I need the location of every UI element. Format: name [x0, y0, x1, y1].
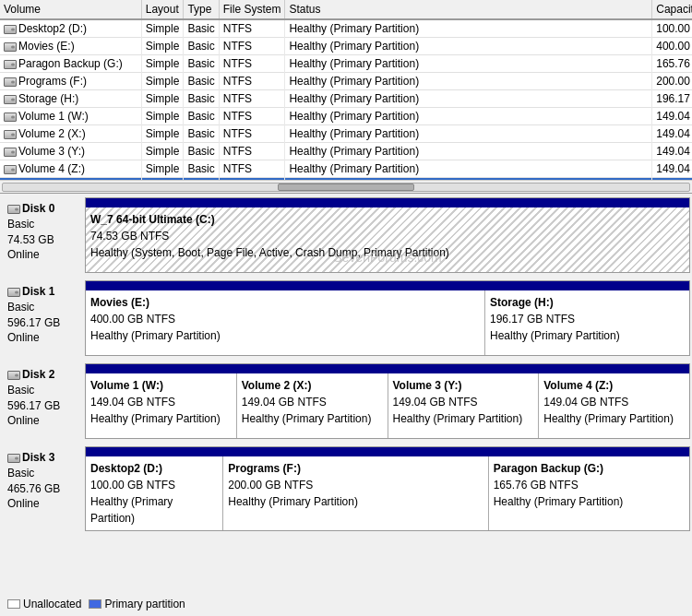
cell-volume: Paragon Backup (G:)	[0, 55, 141, 73]
partition-size: 149.04 GB NTFS	[543, 394, 685, 410]
cell-layout: Simple	[141, 90, 184, 108]
partition-name: W_7 64-bit Ultimate (C:)	[90, 211, 685, 228]
scrollbar-track[interactable]	[2, 183, 690, 192]
drive-icon	[4, 165, 17, 174]
cell-status: Healthy (Primary Partition)	[285, 108, 652, 125]
table-row[interactable]: Volume 2 (X:) Simple Basic NTFS Healthy …	[0, 125, 692, 143]
disk-type: Basic	[7, 217, 79, 232]
partition[interactable]: Programs (F:) 200.00 GB NTFS Healthy (Pr…	[223, 456, 488, 530]
partition-name: Storage (H:)	[490, 294, 685, 311]
disk-name: Disk 0	[7, 201, 79, 217]
partition-status: Healthy (Primary Partition)	[490, 327, 685, 344]
cell-volume: Storage (H:)	[0, 90, 141, 108]
disk-map-section[interactable]: Disk 0 Basic 74.53 GB Online W_7 64-bit …	[0, 194, 692, 616]
cell-volume: Volume 2 (X:)	[0, 125, 141, 143]
partition-status: Healthy (Primary Partition)	[242, 410, 383, 427]
drive-icon	[4, 148, 17, 157]
partition-status: Healthy (Primary Partition)	[494, 493, 685, 510]
partition-size: 74.53 GB NTFS	[90, 228, 685, 244]
legend-unallocated: Unallocated	[7, 598, 81, 610]
cell-type: Basic	[184, 160, 219, 178]
cell-volume: W_7 64-bit Ultimate (C:)	[0, 178, 141, 181]
table-row[interactable]: Volume 4 (Z:) Simple Basic NTFS Healthy …	[0, 160, 692, 178]
disk-size: 465.76 GB	[7, 481, 79, 497]
partition[interactable]: Desktop2 (D:) 100.00 GB NTFS Healthy (Pr…	[86, 456, 223, 530]
partition-size: 165.76 GB NTFS	[494, 477, 685, 493]
partition[interactable]: Paragon Backup (G:) 165.76 GB NTFS Healt…	[489, 456, 689, 530]
cell-layout: Simple	[141, 143, 184, 160]
col-header-layout: Layout	[141, 0, 184, 19]
table-row[interactable]: Movies (E:) Simple Basic NTFS Healthy (P…	[0, 38, 692, 55]
partition-status: Healthy (Primary Partition)	[90, 327, 480, 344]
cell-fs: NTFS	[219, 55, 285, 73]
cell-layout: Simple	[141, 38, 184, 55]
cell-type: Basic	[184, 108, 219, 125]
volume-table-wrapper[interactable]: Volume Layout Type File System Status Ca…	[0, 0, 692, 180]
partition[interactable]: Volume 4 (Z:) 149.04 GB NTFS Healthy (Pr…	[539, 373, 689, 438]
partition[interactable]: Volume 2 (X:) 149.04 GB NTFS Healthy (Pr…	[237, 373, 388, 438]
cell-fs: NTFS	[219, 108, 285, 125]
disk-partitions: Movies (E:) 400.00 GB NTFS Healthy (Prim…	[85, 280, 690, 356]
legend-unallocated-label: Unallocated	[23, 598, 81, 610]
cell-layout: Simple	[141, 73, 184, 90]
col-header-volume: Volume	[0, 0, 141, 19]
cell-volume: Desktop2 (D:)	[0, 19, 141, 38]
partition-size: 149.04 GB NTFS	[90, 394, 232, 410]
cell-fs: NTFS	[219, 38, 285, 55]
table-row[interactable]: W_7 64-bit Ultimate (C:) Simple Basic NT…	[0, 178, 692, 181]
drive-icon	[4, 42, 17, 52]
disk-partitions: W_7 64-bit Ultimate (C:) 74.53 GB NTFS H…	[85, 197, 690, 273]
cell-layout: Simple	[141, 108, 184, 125]
cell-capacity: 149.04 GB	[652, 143, 692, 160]
disk-bar	[86, 281, 689, 290]
disk-type: Basic	[7, 466, 79, 481]
partition-status: Healthy (System, Boot, Page File, Active…	[90, 244, 685, 261]
drive-icon	[4, 60, 17, 69]
partition-size: 200.00 GB NTFS	[228, 477, 483, 493]
legend-primary: Primary partition	[89, 598, 185, 610]
partition[interactable]: W_7 64-bit Ultimate (C:) 74.53 GB NTFS H…	[86, 207, 689, 272]
disk-type: Basic	[7, 300, 79, 315]
legend-unallocated-box	[7, 599, 20, 609]
cell-status: Healthy (System, Boot, Page File, Active…	[285, 178, 652, 181]
table-row[interactable]: Volume 1 (W:) Simple Basic NTFS Healthy …	[0, 108, 692, 125]
table-row[interactable]: Volume 3 (Y:) Simple Basic NTFS Healthy …	[0, 143, 692, 160]
cell-capacity: 149.04 GB	[652, 108, 692, 125]
partition[interactable]: Storage (H:) 196.17 GB NTFS Healthy (Pri…	[485, 290, 689, 355]
cell-type: Basic	[184, 38, 219, 55]
cell-layout: Simple	[141, 19, 184, 38]
horizontal-scrollbar[interactable]	[0, 180, 692, 194]
disk-row: Disk 1 Basic 596.17 GB Online Movies (E:…	[2, 280, 690, 356]
table-row[interactable]: Storage (H:) Simple Basic NTFS Healthy (…	[0, 90, 692, 108]
disk-info: Disk 2 Basic 596.17 GB Online	[2, 363, 85, 439]
partition-size: 100.00 GB NTFS	[90, 477, 218, 493]
partition-name: Volume 1 (W:)	[90, 377, 232, 394]
drive-icon	[4, 130, 17, 139]
disk-partitions: Desktop2 (D:) 100.00 GB NTFS Healthy (Pr…	[85, 446, 690, 531]
table-row[interactable]: Desktop2 (D:) Simple Basic NTFS Healthy …	[0, 19, 692, 38]
disk-parts-row: Desktop2 (D:) 100.00 GB NTFS Healthy (Pr…	[86, 456, 689, 530]
cell-volume: Movies (E:)	[0, 38, 141, 55]
disk-size: 596.17 GB	[7, 398, 79, 414]
partition-name: Volume 3 (Y:)	[393, 377, 534, 394]
partition[interactable]: Volume 3 (Y:) 149.04 GB NTFS Healthy (Pr…	[388, 373, 540, 438]
scrollbar-thumb[interactable]	[278, 184, 415, 191]
partition[interactable]: Movies (E:) 400.00 GB NTFS Healthy (Prim…	[86, 290, 485, 355]
partition-status: Healthy (Primary Partition)	[228, 493, 483, 510]
disk-parts-row: Volume 1 (W:) 149.04 GB NTFS Healthy (Pr…	[86, 373, 689, 438]
cell-fs: NTFS	[219, 90, 285, 108]
cell-volume: Volume 1 (W:)	[0, 108, 141, 125]
disk-drive-icon	[7, 288, 20, 297]
drive-icon	[4, 95, 17, 104]
cell-status: Healthy (Primary Partition)	[285, 73, 652, 90]
cell-type: Basic	[184, 19, 219, 38]
partition-status: Healthy (Primary Partition)	[543, 410, 685, 427]
partition[interactable]: Volume 1 (W:) 149.04 GB NTFS Healthy (Pr…	[86, 373, 237, 438]
table-row[interactable]: Paragon Backup (G:) Simple Basic NTFS He…	[0, 55, 692, 73]
partition-size: 149.04 GB NTFS	[242, 394, 383, 410]
disk-name: Disk 3	[7, 450, 79, 466]
volume-table: Volume Layout Type File System Status Ca…	[0, 0, 692, 180]
cell-volume: Volume 3 (Y:)	[0, 143, 141, 160]
disk-status: Online	[7, 330, 79, 346]
table-row[interactable]: Programs (F:) Simple Basic NTFS Healthy …	[0, 73, 692, 90]
